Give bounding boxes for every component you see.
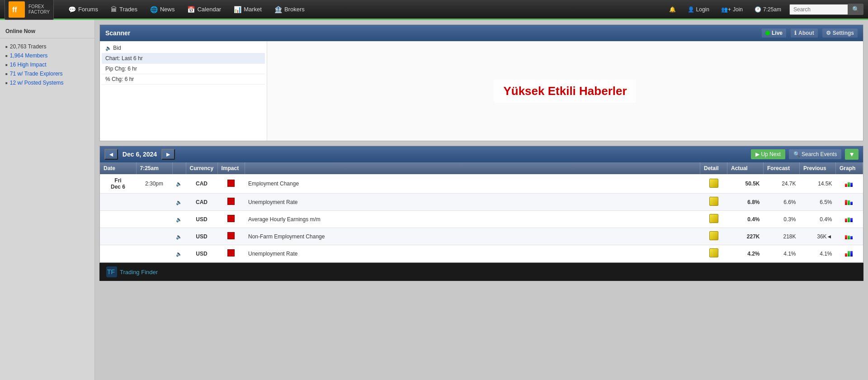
event-name-4[interactable]: Unemployment Rate (245, 245, 700, 262)
speaker-icon[interactable]: 🔈 (176, 181, 182, 186)
event-forecast-4: 4.1% (764, 245, 800, 262)
breaking-news-text: Yüksek Etkili Haberler (494, 80, 636, 103)
search-events-button[interactable]: 🔍 Search Events (789, 149, 841, 159)
calendar-next-button[interactable]: ► (161, 149, 175, 160)
trading-finder-logo[interactable]: TF Trading Finder (106, 266, 158, 277)
logo[interactable]: ff FOREX FACTORY (5, 0, 54, 20)
detail-icon[interactable] (709, 231, 718, 240)
scanner-live-button[interactable]: Live (762, 28, 786, 38)
event-actual-1: 6.8% (727, 194, 764, 211)
event-currency-3: USD (186, 228, 217, 245)
impact-high-icon (227, 180, 235, 187)
table-row: 🔈 USD Non-Farm Employment Change 227K 21… (100, 228, 863, 245)
nav-right: 🔔 👤 Login 👥+ Join 🕐 7:25am 🔍 (665, 4, 863, 15)
bar-chart-icon[interactable] (845, 232, 854, 239)
up-next-button[interactable]: ▶ Up Next (751, 149, 785, 159)
calendar-section: ◄ Dec 6, 2024 ► ▶ Up Next 🔍 Search Event… (99, 146, 863, 263)
scanner-left-panel: 🔈 Bid Chart: Last 6 hr Pip Chg: 6 hr % C… (100, 41, 267, 141)
bar-chart-icon[interactable] (845, 249, 854, 256)
event-detail-0[interactable] (700, 174, 727, 194)
col-header-impact: Impact (217, 162, 245, 174)
detail-icon[interactable] (709, 179, 718, 188)
scanner-row-bid[interactable]: 🔈 Bid (102, 43, 265, 53)
detail-icon[interactable] (709, 197, 718, 206)
col-header-time[interactable]: 7:25am (136, 162, 172, 174)
event-detail-2[interactable] (700, 211, 727, 228)
join-button[interactable]: 👥+ Join (717, 5, 746, 14)
notification-button[interactable]: 🔔 (665, 5, 679, 14)
event-sound-3[interactable]: 🔈 (172, 228, 186, 245)
event-impact-3 (217, 228, 245, 245)
event-detail-1[interactable] (700, 194, 727, 211)
search-input[interactable] (789, 4, 848, 15)
sidebar-trade-explorers[interactable]: 71 w/ Trade Explorers (0, 69, 94, 78)
col-header-graph: Graph (836, 162, 863, 174)
event-name-3[interactable]: Non-Farm Employment Change (245, 228, 700, 245)
nav-calendar[interactable]: 📅Calendar (182, 3, 226, 16)
event-name-1[interactable]: Unemployment Rate (245, 194, 700, 211)
col-header-date: Date (100, 162, 136, 174)
event-sound-1[interactable]: 🔈 (172, 194, 186, 211)
event-previous-0: 14.5K (800, 174, 836, 194)
event-graph-3[interactable] (836, 228, 863, 245)
col-header-event (245, 162, 700, 174)
time-display: 🕐 7:25am (751, 5, 785, 14)
bar-chart-icon[interactable] (845, 180, 854, 187)
nav-trades[interactable]: 🏛Trades (105, 3, 143, 16)
speaker-icon[interactable]: 🔈 (176, 251, 182, 256)
speaker-icon[interactable]: 🔈 (176, 200, 182, 205)
detail-icon[interactable] (709, 248, 718, 257)
event-graph-0[interactable] (836, 174, 863, 194)
event-detail-3[interactable] (700, 228, 727, 245)
nav-items: 💬Forums 🏛Trades 🌐News 📅Calendar 📊Market … (63, 3, 665, 16)
nav-forums[interactable]: 💬Forums (63, 3, 104, 16)
scanner-row-chart[interactable]: Chart: Last 6 hr (102, 53, 265, 64)
speaker-icon[interactable]: 🔈 (176, 234, 182, 239)
search-box: 🔍 (789, 4, 863, 15)
event-actual-2: 0.4% (727, 211, 764, 228)
event-graph-4[interactable] (836, 245, 863, 262)
nav-news[interactable]: 🌐News (145, 3, 180, 16)
col-header-currency: Currency (186, 162, 217, 174)
sidebar-posted-systems[interactable]: 12 w/ Posted Systems (0, 78, 94, 87)
event-graph-1[interactable] (836, 194, 863, 211)
scanner-settings-button[interactable]: ⚙ Settings (822, 28, 858, 38)
scanner-row-pct-chg[interactable]: % Chg: 6 hr (102, 74, 265, 85)
event-impact-1 (217, 194, 245, 211)
event-actual-3: 227K (727, 228, 764, 245)
detail-icon[interactable] (709, 214, 718, 223)
event-name-2[interactable]: Average Hourly Earnings m/m (245, 211, 700, 228)
scanner-about-button[interactable]: ℹ About (791, 28, 818, 38)
search-button[interactable]: 🔍 (848, 4, 863, 15)
event-sound-2[interactable]: 🔈 (172, 211, 186, 228)
login-button[interactable]: 👤 Login (684, 5, 713, 14)
calendar-prev-button[interactable]: ◄ (104, 149, 118, 160)
event-sound-4[interactable]: 🔈 (172, 245, 186, 262)
col-header-detail: Detail (700, 162, 727, 174)
speaker-icon[interactable]: 🔈 (176, 217, 182, 222)
event-actual-0: 50.5K (727, 174, 764, 194)
event-detail-4[interactable] (700, 245, 727, 262)
event-sound-0[interactable]: 🔈 (172, 174, 186, 194)
top-navigation: ff FOREX FACTORY 💬Forums 🏛Trades 🌐News 📅… (0, 0, 868, 20)
event-time-1 (136, 194, 172, 211)
event-name-0[interactable]: Employment Change (245, 174, 700, 194)
event-impact-4 (217, 245, 245, 262)
sidebar-high-impact[interactable]: 16 High Impact (0, 60, 94, 69)
event-graph-2[interactable] (836, 211, 863, 228)
col-header-previous: Previous (800, 162, 836, 174)
sidebar: Online Now 20,763 Traders 1,964 Members … (0, 20, 95, 380)
filter-button[interactable]: ▼ (845, 149, 859, 160)
bar-chart-icon[interactable] (845, 198, 854, 205)
nav-market[interactable]: 📊Market (228, 3, 267, 16)
live-dot (765, 31, 770, 35)
scanner-row-pip-chg[interactable]: Pip Chg: 6 hr (102, 64, 265, 74)
event-date-4 (100, 245, 136, 262)
event-impact-0 (217, 174, 245, 194)
event-forecast-2: 0.3% (764, 211, 800, 228)
calendar-date: Dec 6, 2024 (123, 151, 157, 158)
event-currency-2: USD (186, 211, 217, 228)
nav-brokers[interactable]: 🏦Brokers (269, 3, 310, 16)
bar-chart-icon[interactable] (845, 215, 854, 222)
sidebar-members[interactable]: 1,964 Members (0, 51, 94, 60)
